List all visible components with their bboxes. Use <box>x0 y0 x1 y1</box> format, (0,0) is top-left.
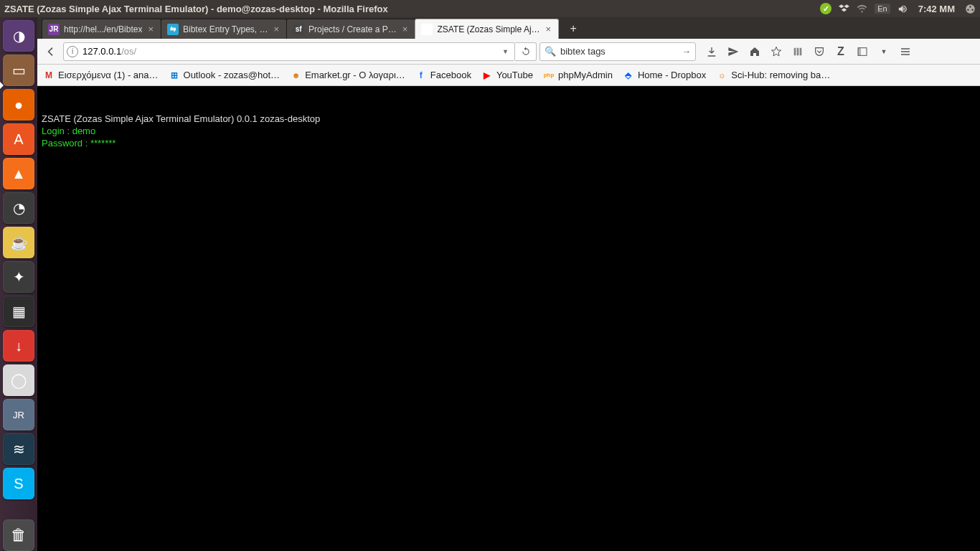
search-icon: 🔍 <box>545 46 556 57</box>
browser-tab[interactable]: ZSATE (Zozas Simple Aj…× <box>415 19 559 39</box>
bookmark-item[interactable]: MΕισερχόμενα (1) - ana… <box>43 70 159 81</box>
bookmark-item[interactable]: phpphpMyAdmin <box>543 70 613 81</box>
tab-label: ZSATE (Zozas Simple Aj… <box>437 24 540 34</box>
launcher-app[interactable]: ◑ <box>3 20 34 52</box>
tab-close-icon[interactable]: × <box>401 24 410 34</box>
browser-tab[interactable]: sfProjects / Create a P…× <box>286 19 415 39</box>
dropbox-tray-icon[interactable] <box>839 4 849 14</box>
launcher-app[interactable]: S <box>3 468 34 499</box>
reload-button[interactable] <box>515 42 537 61</box>
bookmark-item[interactable]: ⊞Outlook - zozas@hot… <box>169 70 281 81</box>
new-tab-button[interactable]: + <box>564 21 583 37</box>
bookmark-star-button[interactable] <box>766 42 786 61</box>
bookmark-item[interactable]: fFacebook <box>415 70 471 81</box>
unity-launcher: ◑▭●A▲◔☕✦▦↓◯JR≋S🗑 <box>0 17 37 551</box>
wifi-icon[interactable] <box>857 4 867 14</box>
browser-tab[interactable]: ⇆Bibtex Entry Types, …× <box>161 19 287 39</box>
bookmark-item[interactable]: ☼Sci-Hub: removing ba… <box>716 70 830 81</box>
search-bar[interactable]: 🔍 bibtex tags → <box>540 42 696 61</box>
sync-ok-icon[interactable]: ✓ <box>820 3 831 14</box>
bookmark-favicon: M <box>43 70 55 81</box>
tab-close-icon[interactable]: × <box>545 24 553 34</box>
zotero-button[interactable]: Z <box>831 42 851 61</box>
url-dropdown-icon[interactable]: ▼ <box>499 48 512 55</box>
tab-label: Projects / Create a P… <box>308 24 397 34</box>
power-icon[interactable] <box>965 4 976 14</box>
bookmark-favicon: ⎈ <box>290 70 301 81</box>
clock[interactable]: 7:42 MM <box>918 4 955 14</box>
password-value: ******* <box>90 138 116 149</box>
bookmark-label: YouTube <box>496 70 533 80</box>
launcher-app[interactable]: ● <box>3 89 34 121</box>
launcher-app[interactable]: ▭ <box>3 55 34 86</box>
url-host: 127.0.0.1 <box>83 46 121 57</box>
tab-label: http://hel.../en/Bibtex <box>64 24 142 34</box>
tab-close-icon[interactable]: × <box>146 24 155 34</box>
browser-tab[interactable]: JRhttp://hel.../en/Bibtex× <box>42 19 161 39</box>
launcher-app[interactable]: ◯ <box>3 364 34 396</box>
login-prompt: Login : <box>42 126 72 136</box>
launcher-app[interactable]: JR <box>3 399 34 430</box>
bookmark-favicon: f <box>415 70 427 81</box>
launcher-app[interactable]: ≋ <box>3 433 34 465</box>
search-go-icon[interactable]: → <box>682 46 691 57</box>
launcher-app[interactable]: ◔ <box>3 192 34 224</box>
bookmark-label: phpMyAdmin <box>558 70 613 80</box>
system-tray: ✓ En 7:42 MM <box>820 3 976 14</box>
favicon <box>421 24 433 35</box>
bookmark-label: Emarket.gr - Ο λογαρι… <box>305 70 405 80</box>
trash-icon[interactable]: 🗑 <box>3 519 34 551</box>
bookmark-favicon: ☼ <box>716 70 727 81</box>
bookmark-favicon: ▶ <box>481 70 493 81</box>
bookmark-item[interactable]: ⎈Emarket.gr - Ο λογαρι… <box>290 70 405 81</box>
launcher-app[interactable]: A <box>3 123 34 155</box>
site-info-icon[interactable]: i <box>67 46 78 57</box>
launcher-app[interactable]: ✦ <box>3 261 34 293</box>
terminal-banner: ZSATE (Zozas Simple Ajax Terminal Emulat… <box>42 113 320 124</box>
search-text: bibtex tags <box>560 46 606 57</box>
password-prompt: Password : <box>42 138 90 149</box>
bookmark-favicon: ⊞ <box>169 70 180 81</box>
favicon: sf <box>293 24 304 35</box>
favicon: ⇆ <box>167 24 179 35</box>
tab-close-icon[interactable]: × <box>273 24 281 34</box>
url-path: /os/ <box>121 46 136 57</box>
favicon: JR <box>48 24 60 35</box>
window-title: ZSATE (Zozas Simple Ajax Terminal Emulat… <box>4 4 820 14</box>
bookmark-item[interactable]: ▶YouTube <box>481 70 533 81</box>
downloads-button[interactable] <box>702 42 722 61</box>
page-content-terminal[interactable]: ZSATE (Zozas Simple Ajax Terminal Emulat… <box>37 86 980 551</box>
nav-toolbar: i 127.0.0.1/os/ ▼ 🔍 bibtex tags → Z ▼ <box>37 39 980 65</box>
launcher-app[interactable]: ▦ <box>3 296 34 327</box>
launcher-app[interactable]: ☕ <box>3 227 34 258</box>
home-button[interactable] <box>745 42 765 61</box>
bookmark-label: Outlook - zozas@hot… <box>184 70 281 80</box>
bookmarks-toolbar: MΕισερχόμενα (1) - ana…⊞Outlook - zozas@… <box>37 65 980 86</box>
bookmark-favicon: php <box>543 70 555 81</box>
svg-rect-1 <box>858 47 861 55</box>
more-dropdown-icon[interactable]: ▼ <box>874 42 894 61</box>
bookmark-label: Sci-Hub: removing ba… <box>731 70 830 80</box>
bookmark-label: Home - Dropbox <box>638 70 706 80</box>
sidebar-button[interactable] <box>852 42 872 61</box>
pocket-button[interactable] <box>809 42 829 61</box>
bookmarks-list-button[interactable] <box>788 42 808 61</box>
send-icon[interactable] <box>723 42 743 61</box>
launcher-app[interactable]: ↓ <box>3 330 34 362</box>
bookmark-label: Εισερχόμενα (1) - ana… <box>58 70 159 80</box>
volume-icon[interactable] <box>897 4 908 14</box>
back-button[interactable] <box>42 42 60 61</box>
tab-label: Bibtex Entry Types, … <box>183 24 268 34</box>
tab-strip: JRhttp://hel.../en/Bibtex×⇆Bibtex Entry … <box>37 17 980 39</box>
keyboard-lang-indicator[interactable]: En <box>875 4 890 14</box>
running-indicator-icon <box>0 82 4 89</box>
url-bar[interactable]: i 127.0.0.1/os/ ▼ <box>63 42 515 61</box>
bookmark-item[interactable]: ⬘Home - Dropbox <box>623 70 706 81</box>
bookmark-favicon: ⬘ <box>623 70 634 81</box>
launcher-app[interactable]: ▲ <box>3 158 34 189</box>
bookmark-label: Facebook <box>430 70 471 80</box>
hamburger-menu-button[interactable] <box>895 42 915 61</box>
login-value: demo <box>72 126 96 136</box>
